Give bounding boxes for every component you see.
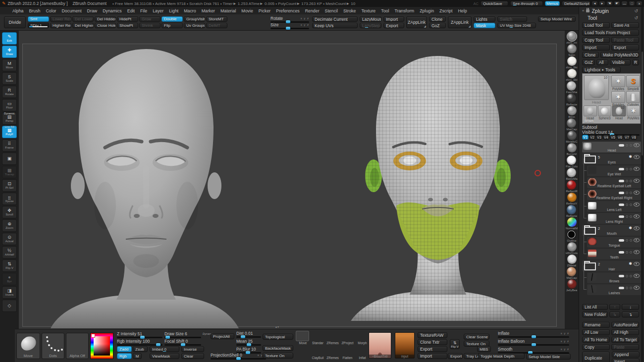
toggle-dot[interactable] [626,251,628,254]
all-to-target-button[interactable]: All To Target [611,337,639,343]
toggle-dot[interactable] [630,144,632,147]
autoreorder-button[interactable]: AutoReorder [611,322,639,328]
current-alpha-thumbnail[interactable]: Alpha Off [66,333,89,359]
tool-palette-item[interactable]: Sphere3 [598,105,611,120]
brush-quick-item[interactable]: Flatten [340,346,355,360]
subtool-tab[interactable]: V4 [603,135,609,140]
clone-button[interactable]: Clone [429,16,446,22]
save-as-button[interactable]: Save As [611,22,639,28]
menu-item[interactable]: Texture [361,8,376,13]
subtool-tab[interactable]: V3 [596,135,602,140]
menu-item[interactable]: Light [169,8,178,13]
all-low-button[interactable]: All Low [582,329,610,335]
visibility-toggle[interactable] [619,239,624,242]
material-item[interactable]: MatCap [566,267,577,279]
eye-icon[interactable] [634,167,640,171]
toggle-dot[interactable] [626,168,628,170]
switch-button[interactable]: Switch [497,16,527,22]
new-folder-button[interactable]: New Folder [582,311,608,317]
texture-action-button[interactable]: Clone Txtr [418,339,447,345]
left-shelf-button[interactable]: ✎ Edit [2,32,17,45]
mean-slider[interactable]: Mean 25 [236,339,261,346]
shelf-button[interactable]: Flip [161,23,183,28]
eye-icon[interactable] [634,286,640,290]
tool-palette-item[interactable]: 10 Head [612,105,626,120]
menu-item[interactable]: Zscript [439,8,452,13]
minimize-button[interactable]: — [621,1,628,6]
viewmask-button[interactable]: ViewMask [150,353,179,359]
brush-quick-item[interactable]: ZRemes [325,331,340,345]
duplicate-button[interactable]: Duplicate [582,352,610,362]
left-shelf-button[interactable]: ▭ Floor [2,99,17,111]
menu-item[interactable]: Render [305,8,320,13]
mask-button[interactable]: Mask [474,23,495,28]
copy-subtool-button[interactable]: Copy [582,344,610,350]
decimate-current-button[interactable]: Decimate Current [312,16,358,22]
eye-icon[interactable] [634,155,640,159]
tool-palette-item[interactable]: PolyMes [627,105,640,120]
visibility-toggle[interactable] [619,251,624,254]
export-texture-button[interactable]: Export [448,353,463,359]
left-shelf-button[interactable]: ⇅ Flip V [2,259,17,272]
toggle-dot[interactable] [626,287,628,289]
import-button[interactable]: Import [383,16,404,22]
panel-scrollbar[interactable] [641,7,644,362]
zapplink-button[interactable]: ZAppLink◢ [406,16,427,28]
shelf-button[interactable]: GroupVisible [184,16,205,22]
material-item[interactable]: Flat Colo [566,155,578,168]
material-item[interactable]: MetalicC [566,131,577,143]
subtool-row[interactable]: 2 ✱ Mouth [582,225,642,236]
toggle-dot[interactable] [630,251,632,254]
tool-export-button[interactable]: Export [611,45,639,51]
subtool-row[interactable]: ✱ Realtime Eyeball Right [587,189,642,200]
brush-quick-item[interactable]: Morph [355,331,370,345]
copy-tool-button[interactable]: Copy Tool [582,37,610,43]
current-stroke-thumbnail[interactable]: Dots [42,333,64,359]
brush-quick-item[interactable]: ZProject [340,331,355,345]
toggle-dot[interactable] [630,168,632,170]
menu-item[interactable]: Layer [153,8,163,13]
left-shelf-button[interactable]: ⠿ Frame [2,139,17,152]
focal-shift-slider[interactable]: Focal Shift 0 [164,339,201,346]
subtool-tab[interactable]: V1 [582,135,589,140]
subtool-row[interactable]: 2 ✱ Hair [582,260,642,271]
tool-palette-item[interactable]: SimpleB [626,75,640,91]
tool-header[interactable]: Tool ↺ [579,14,641,21]
dist-slider[interactable]: Dist 0.01 [236,331,261,338]
menu-item[interactable]: Preferences [276,8,299,13]
subtool-tab[interactable]: V6 [617,135,623,140]
topological-button[interactable]: Topological [263,334,293,340]
restore-button[interactable]: □ [629,1,635,6]
eye-icon[interactable] [634,226,640,230]
shelf-button[interactable]: DelMT [206,23,227,28]
all-to-home-button[interactable]: All To Home [582,337,610,343]
toggle-dot[interactable] [626,204,628,206]
toggle-dot[interactable] [630,180,632,182]
size-slider[interactable]: Sizex y z [270,22,309,29]
hand-left-icon[interactable]: ☚ [606,1,613,6]
menu-item[interactable]: Color [46,8,56,13]
shelf-button[interactable]: Del Higher [72,23,94,28]
material-item[interactable]: FastSha [566,81,577,94]
left-shelf-button[interactable]: ⊕ Zoom [2,219,17,232]
menu-item[interactable]: Stroke [343,8,356,13]
shelf-button[interactable]: Shrink [139,23,161,28]
smooth-slider[interactable]: Smoothx y z [498,347,569,354]
current-tool-thumbnail[interactable]: 10 [584,75,609,100]
flip-v-button[interactable]: ⇅ Flip V [450,339,460,349]
inflate-balloon-slider[interactable]: Inflate Balloonx y z [498,339,569,346]
material-item[interactable]: ReflectR [566,180,577,193]
left-shelf-button[interactable]: R Rotate [2,86,17,98]
setup-model-wire-button[interactable]: Setup Model Wire [538,16,576,22]
toggle-mask-depth-button[interactable]: Toggle Mask Depth [478,353,525,359]
quicksave-button[interactable]: QuickSave [481,1,508,6]
material-item[interactable]: ReflectY [566,193,578,205]
shelf-button[interactable]: Lower Res [50,16,71,22]
menu-item[interactable]: Tool [381,8,389,13]
menu-item[interactable]: Brush [29,8,41,13]
menu-item[interactable]: File [140,8,147,13]
toggle-dot[interactable] [630,192,632,194]
menu-item[interactable]: Help [458,8,467,13]
menu-item[interactable]: Material [220,8,236,13]
tool-clone-button[interactable]: Clone [582,52,599,58]
